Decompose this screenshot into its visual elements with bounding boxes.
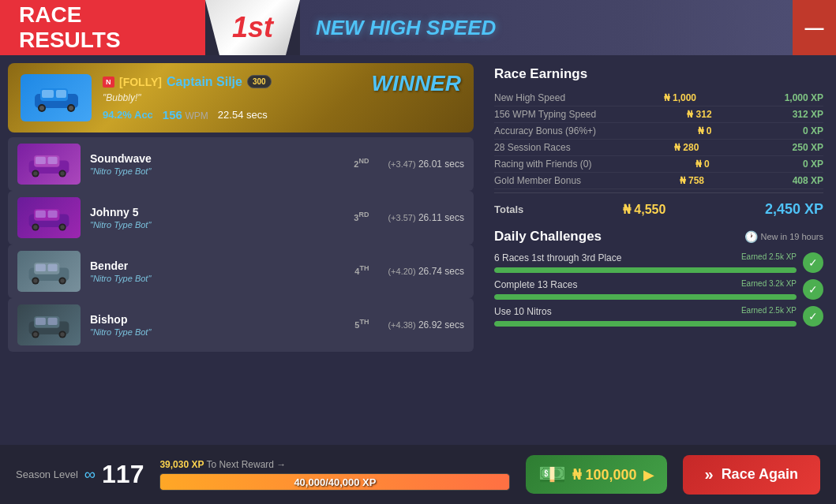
earnings-row-2: Accuracy Bonus (96%+) ₦ 0 0 XP (494, 123, 823, 140)
entry-car-3 (17, 197, 81, 238)
place-badge-5: 5TH (354, 318, 369, 330)
close-icon: — (805, 17, 824, 39)
svg-point-5 (39, 106, 44, 110)
entry-time-2: (+3.47) 26.01 secs (388, 159, 464, 170)
entry-car-2 (17, 144, 81, 185)
entry-name-5: Bishop (90, 313, 378, 326)
totals-row: Totals ₦ 4,550 2,450 XP (494, 196, 823, 218)
earnings-xp-0: 1,000 XP (772, 92, 823, 103)
svg-rect-10 (36, 157, 46, 164)
entry-info-5: Bishop "Nitro Type Bot" 5TH (90, 313, 378, 337)
earnings-coins-4: ₦ 0 (654, 159, 710, 170)
svg-point-39 (60, 332, 65, 337)
header-place: 1st (205, 0, 300, 55)
place-badge-2: 2ND (354, 157, 369, 169)
place-badge-3: 3RD (354, 211, 369, 222)
money-reward: 💵 ₦ 100,000 ▶ (526, 455, 666, 494)
xp-bar-text: 40,000/40,000 XP (294, 476, 376, 487)
race-entry-2: Soundwave "Nitro Type Bot" 2ND (+3.47) 2… (8, 137, 474, 191)
winner-card: N [FOLLY] Captain Silje 300 "Bubbly!" 94… (8, 63, 474, 133)
challenge-bar-fill-1 (494, 294, 797, 300)
xp-bar-background: 40,000/40,000 XP (159, 473, 510, 491)
challenge-bar-bg-2 (494, 321, 797, 327)
earnings-label-3: 28 Session Races (494, 142, 571, 153)
earnings-coins-1: ₦ 312 (657, 109, 712, 120)
right-panel: Race Earnings New High Speed ₦ 1,000 1,0… (482, 55, 836, 445)
earnings-row-3: 28 Session Races ₦ 280 250 XP (494, 140, 823, 156)
challenge-name-2: Use 10 Nitros Earned 2.5k XP (494, 306, 797, 319)
earnings-label-2: Accuracy Bonus (96%+) (494, 125, 596, 136)
earnings-xp-1: 312 XP (772, 109, 823, 120)
season-info: Season Level ∞ 117 (16, 460, 144, 489)
winner-time: 22.54 secs (218, 109, 268, 121)
main-content: N [FOLLY] Captain Silje 300 "Bubbly!" 94… (0, 55, 836, 445)
earnings-coins-0: ₦ 1,000 (641, 92, 696, 103)
nitro-badge: N (103, 77, 114, 88)
race-again-button[interactable]: » Race Again (683, 455, 821, 495)
entry-time-4: (+4.20) 26.74 secs (388, 266, 464, 277)
winner-car-svg (31, 82, 82, 114)
earnings-section: Race Earnings New High Speed ₦ 1,000 1,0… (494, 66, 823, 218)
earnings-xp-5: 408 XP (772, 175, 823, 186)
arrow-right-icon: ▶ (643, 466, 654, 483)
challenges-header: Daily Challenges 🕐 New in 19 hours (494, 229, 823, 245)
svg-rect-18 (36, 211, 46, 218)
svg-point-15 (60, 171, 65, 176)
earnings-label-1: 156 WPM Typing Speed (494, 109, 596, 120)
earnings-label-5: Gold Member Bonus (494, 175, 581, 186)
bottom-bar: Season Level ∞ 117 39,030 XP To Next Rew… (0, 445, 836, 504)
checkmark-icon-0: ✓ (808, 256, 818, 269)
header-center: NEW HIGH SPEED (300, 0, 793, 55)
entry-car-svg (25, 256, 73, 286)
race-again-label: Race Again (722, 466, 798, 483)
earnings-xp-3: 250 XP (772, 142, 823, 153)
race-again-arrows-icon: » (705, 465, 714, 483)
challenge-info-0: 6 Races 1st through 3rd Place Earned 2.5… (494, 252, 797, 273)
earnings-label-4: Racing with Friends (0) (494, 159, 591, 170)
close-button[interactable]: — (793, 0, 836, 55)
entry-name-3: Johnny 5 (90, 206, 378, 218)
time-delta-5: (+4.38) (388, 320, 415, 330)
money-amount: ₦ 100,000 (572, 466, 636, 483)
challenge-name-1: Complete 13 Races Earned 3.2k XP (494, 279, 797, 292)
place-badge-4: 4TH (354, 264, 369, 276)
time-delta-4: (+4.20) (388, 267, 415, 276)
entry-name-2: Soundwave (90, 152, 378, 165)
challenge-name-0: 6 Races 1st through 3rd Place Earned 2.5… (494, 252, 797, 265)
svg-rect-11 (48, 157, 58, 164)
xp-progress-area: 39,030 XP To Next Reward → 40,000/40,000… (159, 459, 510, 491)
svg-rect-35 (48, 318, 58, 325)
challenges-list: 6 Races 1st through 3rd Place Earned 2.5… (494, 252, 823, 327)
race-entry-4: Bender "Nitro Type Bot" 4TH (+4.20) 26.7… (8, 245, 474, 298)
svg-rect-34 (36, 318, 46, 325)
challenge-bar-bg-0 (494, 267, 797, 273)
new-high-speed-label: NEW HIGH SPEED (316, 16, 496, 40)
winner-wpm: 156 WPM (163, 108, 208, 121)
entry-time-3: (+3.57) 26.11 secs (388, 212, 464, 223)
challenge-info-2: Use 10 Nitros Earned 2.5k XP (494, 306, 797, 327)
entry-car-5 (17, 304, 81, 345)
time-delta-3: (+3.57) (388, 213, 415, 222)
earnings-divider (494, 192, 823, 193)
challenges-section: Daily Challenges 🕐 New in 19 hours 6 Rac… (494, 229, 823, 333)
entry-car-svg (25, 310, 73, 340)
svg-rect-27 (48, 264, 58, 271)
entry-name-4: Bender (90, 259, 378, 272)
xp-to-next: To Next Reward → (207, 459, 287, 470)
svg-point-13 (33, 171, 38, 176)
entry-time-5: (+4.38) 26.92 secs (388, 319, 464, 330)
entry-car-svg (25, 203, 73, 233)
time-unit: secs (444, 319, 464, 330)
challenge-check-1: ✓ (803, 279, 823, 300)
svg-point-31 (60, 278, 65, 283)
svg-rect-3 (56, 90, 66, 98)
entry-car-svg (25, 149, 73, 179)
challenges-title: Daily Challenges (494, 229, 602, 245)
svg-rect-26 (36, 264, 46, 271)
entry-car-4 (17, 251, 81, 292)
earnings-label-0: New High Speed (494, 92, 565, 103)
race-entry-5: Bishop "Nitro Type Bot" 5TH (+4.38) 26.9… (8, 298, 474, 352)
season-level: 117 (102, 460, 144, 489)
header: Race Results 1st NEW HIGH SPEED — (0, 0, 836, 55)
winner-acc: 94.2% Acc (103, 109, 153, 121)
